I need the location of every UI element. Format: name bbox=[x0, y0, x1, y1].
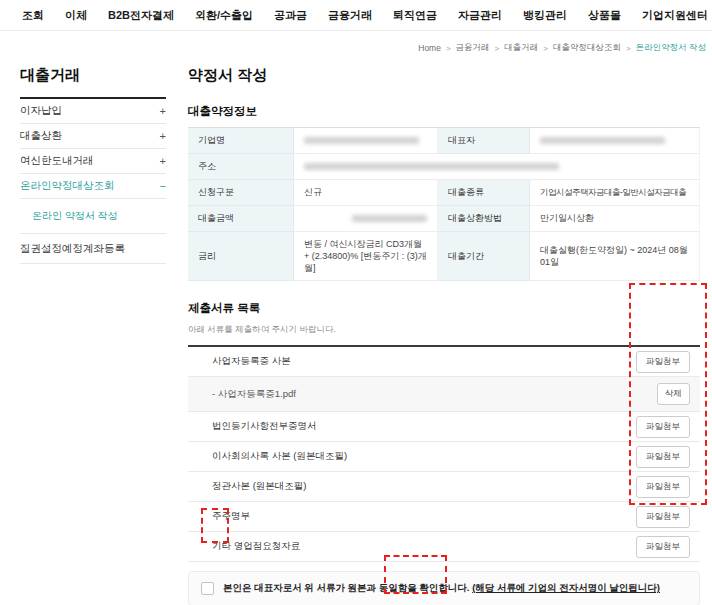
loan-info-table: 기업명 대표자 주소 신청구분 신규 대출종류 기업시설주택자금대출-일반시설자… bbox=[188, 127, 700, 281]
loan-info-value-repayment-method: 만기일시상환 bbox=[530, 206, 700, 232]
loan-info-label-loan-amount: 대출금액 bbox=[188, 206, 294, 232]
nav-item-financial-transactions[interactable]: 금융거래 bbox=[328, 8, 372, 23]
banking-page: 조회 이체 B2B전자결제 외환/수출입 공과금 금융거래 퇴직연금 자금관리 … bbox=[0, 0, 712, 605]
loan-info-label-repayment-method: 대출상환방법 bbox=[438, 206, 530, 232]
documents-subtitle: 아래 서류를 제출하여 주시기 바랍니다. bbox=[188, 324, 700, 336]
confirmation-text: 본인은 대표자로서 위 서류가 원본과 동일함을 확인합니다. (해당 서류에 … bbox=[223, 582, 660, 595]
loan-info-value-address bbox=[294, 154, 700, 180]
nav-item-retirement-pension[interactable]: 퇴직연금 bbox=[393, 8, 437, 23]
redacted-value bbox=[304, 137, 419, 144]
sidebar-item-loan-repayment[interactable]: 대출상환 + bbox=[20, 124, 166, 149]
sidebar-title: 대출거래 bbox=[20, 66, 166, 97]
doc-row-attached-file: - 사업자등록증1.pdf 삭제 bbox=[188, 377, 700, 412]
nav-item-b2b-epayment[interactable]: B2B전자결제 bbox=[108, 8, 174, 23]
loan-info-value-loan-amount bbox=[294, 206, 438, 232]
doc-row-other-branch-requested: 기타 영업점요청자료 파일첨부 bbox=[188, 532, 700, 562]
breadcrumb-separator: > bbox=[543, 44, 548, 53]
loan-info-label-loan-type: 대출종류 bbox=[438, 180, 530, 206]
attached-file-name: - 사업자등록증1.pdf bbox=[212, 388, 296, 401]
loan-info-label-application-type: 신청구분 bbox=[188, 180, 294, 206]
doc-row-articles-of-incorporation: 정관사본 (원본대조필) 파일첨부 bbox=[188, 472, 700, 502]
attach-file-button[interactable]: 파일첨부 bbox=[636, 536, 690, 558]
breadcrumb-current-page: 온라인약정서 작성 bbox=[636, 42, 706, 54]
nav-item-fund-management[interactable]: 자금관리 bbox=[458, 8, 502, 23]
sidebar-item-pledge-account-registration[interactable]: 질권설정예정계좌등록 bbox=[20, 234, 166, 264]
doc-row-corporate-registry: 법인등기사항전부증명서 파일첨부 bbox=[188, 412, 700, 442]
sidebar-item-credit-limit-transactions[interactable]: 여신한도내거래 + bbox=[20, 149, 166, 174]
redacted-value bbox=[304, 163, 559, 170]
loan-info-label-address: 주소 bbox=[188, 154, 294, 180]
expand-plus-icon: + bbox=[160, 155, 166, 167]
nav-item-product-mall[interactable]: 상품몰 bbox=[588, 8, 621, 23]
sidebar-subitem-label: 온라인 약정서 작성 bbox=[32, 209, 118, 223]
redacted-value bbox=[352, 215, 427, 222]
delete-file-button[interactable]: 삭제 bbox=[657, 383, 690, 405]
nav-item-transfer[interactable]: 이체 bbox=[65, 8, 87, 23]
loan-info-value-company-name bbox=[294, 128, 438, 154]
doc-label: 사업자등록증 사본 bbox=[212, 355, 291, 368]
nav-item-business-support[interactable]: 기업지원센터 bbox=[642, 8, 708, 23]
sidebar-item-label: 질권설정예정계좌등록 bbox=[20, 242, 125, 256]
nav-item-banking-management[interactable]: 뱅킹관리 bbox=[523, 8, 567, 23]
doc-row-shareholder-list: 주주명부 파일첨부 bbox=[188, 502, 700, 532]
doc-label: 법인등기사항전부증명서 bbox=[212, 420, 317, 433]
breadcrumb-home[interactable]: Home bbox=[418, 43, 441, 53]
loan-info-value-application-type: 신규 bbox=[294, 180, 438, 206]
collapse-minus-icon: − bbox=[160, 180, 166, 192]
doc-label: 이사회의사록 사본 (원본대조필) bbox=[212, 450, 347, 463]
loan-info-value-loan-type: 기업시설주택자금대출-일반시설자금대출 bbox=[530, 180, 700, 206]
breadcrumb-financial-transactions[interactable]: 금융거래 bbox=[456, 42, 490, 54]
sidebar: 대출거래 이자납입 + 대출상환 + 여신한도내거래 + 온라인약정대상조회 −… bbox=[20, 66, 166, 264]
documents-section-title: 제출서류 목록 bbox=[188, 301, 700, 316]
loan-info-label-representative: 대표자 bbox=[438, 128, 530, 154]
nav-item-inquiry[interactable]: 조회 bbox=[22, 8, 44, 23]
sidebar-menu: 이자납입 + 대출상환 + 여신한도내거래 + 온라인약정대상조회 − 온라인 … bbox=[20, 97, 166, 264]
attach-file-button[interactable]: 파일첨부 bbox=[636, 416, 690, 438]
nav-item-utility-bills[interactable]: 공과금 bbox=[274, 8, 307, 23]
loan-info-value-interest-rate: 변동 / 여신시장금리 CD3개월 + (2.34800)% [변동주기 : (… bbox=[294, 232, 438, 281]
doc-row-business-registration: 사업자등록증 사본 파일첨부 bbox=[188, 347, 700, 377]
loan-info-value-loan-period: 대출실행(한도약정일) ~ 2024년 08월 01일 bbox=[530, 232, 700, 281]
sidebar-item-label: 대출상환 bbox=[20, 129, 62, 143]
top-navigation: 조회 이체 B2B전자결제 외환/수출입 공과금 금융거래 퇴직연금 자금관리 … bbox=[0, 0, 712, 31]
breadcrumb-separator: > bbox=[626, 44, 631, 53]
sidebar-subitem-online-agreement-write[interactable]: 온라인 약정서 작성 bbox=[20, 199, 166, 234]
document-list: 사업자등록증 사본 파일첨부 - 사업자등록증1.pdf 삭제 법인등기사항전부… bbox=[188, 345, 700, 562]
breadcrumb-loan-transactions[interactable]: 대출거래 bbox=[504, 42, 538, 54]
breadcrumb-separator: > bbox=[495, 44, 500, 53]
loan-info-label-loan-period: 대출기간 bbox=[438, 232, 530, 281]
doc-row-board-minutes: 이사회의사록 사본 (원본대조필) 파일첨부 bbox=[188, 442, 700, 472]
breadcrumb: Home > 금융거래 > 대출거래 > 대출약정대상조회 > 온라인약정서 작… bbox=[418, 42, 706, 54]
loan-info-label-interest-rate: 금리 bbox=[188, 232, 294, 281]
confirmation-checkbox[interactable] bbox=[201, 582, 214, 595]
doc-label: 정관사본 (원본대조필) bbox=[212, 480, 306, 493]
attach-file-button[interactable]: 파일첨부 bbox=[636, 476, 690, 498]
page-title: 약정서 작성 bbox=[188, 66, 700, 84]
redacted-value bbox=[540, 137, 665, 144]
sidebar-item-label: 온라인약정대상조회 bbox=[20, 179, 115, 193]
sidebar-item-interest-payment[interactable]: 이자납입 + bbox=[20, 99, 166, 124]
confirmation-panel: 본인은 대표자로서 위 서류가 원본과 동일함을 확인합니다. (해당 서류에 … bbox=[188, 571, 700, 605]
attach-file-button[interactable]: 파일첨부 bbox=[636, 506, 690, 528]
breadcrumb-agreement-target-inquiry[interactable]: 대출약정대상조회 bbox=[553, 42, 621, 54]
confirmation-statement: 본인은 대표자로서 위 서류가 원본과 동일함을 확인합니다. bbox=[223, 582, 469, 593]
confirmation-emphasis: (해당 서류에 기업의 전자서명이 날인됩니다) bbox=[472, 582, 660, 593]
expand-plus-icon: + bbox=[160, 130, 166, 142]
attach-file-button[interactable]: 파일첨부 bbox=[636, 351, 690, 373]
doc-label: 주주명부 bbox=[212, 510, 250, 523]
sidebar-item-label: 여신한도내거래 bbox=[20, 154, 94, 168]
loan-info-value-representative bbox=[530, 128, 700, 154]
loan-info-label-company-name: 기업명 bbox=[188, 128, 294, 154]
main-content: 약정서 작성 대출약정정보 기업명 대표자 주소 신청구분 신규 대출종류 기업… bbox=[188, 66, 700, 605]
nav-item-forex-trade[interactable]: 외환/수출입 bbox=[195, 8, 253, 23]
doc-label: 기타 영업점요청자료 bbox=[212, 540, 300, 553]
loan-info-section-title: 대출약정정보 bbox=[188, 104, 700, 119]
sidebar-item-label: 이자납입 bbox=[20, 104, 62, 118]
breadcrumb-separator: > bbox=[446, 44, 451, 53]
sidebar-item-online-agreement-inquiry[interactable]: 온라인약정대상조회 − bbox=[20, 174, 166, 199]
attach-file-button[interactable]: 파일첨부 bbox=[636, 446, 690, 468]
expand-plus-icon: + bbox=[160, 105, 166, 117]
